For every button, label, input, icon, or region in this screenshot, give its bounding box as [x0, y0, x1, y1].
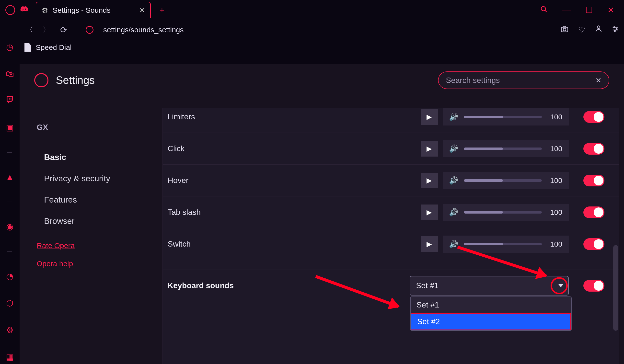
back-button[interactable]: 〈	[25, 24, 34, 35]
search-icon[interactable]	[540, 5, 548, 15]
sound-toggle[interactable]	[583, 143, 604, 155]
left-rail: ◷ 🛍 ▣ — ▲ — ◉ — ◔ ⬡ ⚙ ▦	[0, 39, 20, 364]
search-settings-field[interactable]: ✕	[438, 71, 609, 89]
clear-search-icon[interactable]: ✕	[595, 76, 601, 85]
svg-point-10	[614, 30, 615, 31]
site-identity-icon[interactable]	[86, 26, 94, 34]
sound-row-click: Click ▶ 🔊 100	[163, 132, 619, 164]
sound-toggle[interactable]	[583, 111, 604, 123]
url-text[interactable]: settings/sounds_settings	[103, 26, 184, 34]
sound-label: Hover	[168, 176, 416, 185]
volume-value: 100	[548, 208, 562, 216]
history-icon[interactable]: ◔	[6, 271, 13, 281]
settings-content: ▶ 🔊 100 Limiters ▶ 🔊 100 Click ▶ 🔊	[163, 108, 619, 364]
play-button[interactable]: ▶	[421, 205, 438, 220]
volume-slider[interactable]	[464, 148, 542, 150]
settings-logo-icon	[34, 73, 49, 87]
sidenav-item-privacy[interactable]: Privacy & security	[37, 168, 162, 189]
sidenav-item-features[interactable]: Features	[37, 189, 162, 210]
rail-separator: —	[7, 249, 12, 254]
play-button[interactable]: ▶	[421, 109, 438, 125]
gx-control-icon[interactable]: ◷	[6, 42, 13, 52]
window-controls: — ☐ ✕	[540, 5, 622, 15]
pinboards-icon[interactable]: ▦	[6, 352, 14, 362]
player-icon[interactable]: ◉	[6, 222, 13, 232]
gx-corner-icon[interactable]: 🛍	[6, 69, 14, 78]
heart-icon[interactable]: ♡	[578, 25, 585, 34]
flow-icon[interactable]: ▲	[6, 172, 14, 182]
volume-slider[interactable]	[464, 179, 542, 182]
profile-icon[interactable]	[595, 25, 602, 34]
twitch-icon[interactable]	[6, 96, 13, 105]
chevron-down-icon	[558, 284, 563, 287]
volume-control: 🔊 100	[443, 204, 569, 221]
close-window-icon[interactable]: ✕	[607, 5, 614, 15]
titlebar: ⚙ Settings - Sounds ✕ + — ☐ ✕	[0, 0, 624, 20]
volume-control: 🔊 100	[443, 235, 569, 253]
addressbar-actions: ♡	[561, 25, 619, 34]
link-opera-help[interactable]: Opera help	[37, 260, 162, 268]
dropdown-options: Set #1 Set #2	[410, 296, 572, 331]
svg-line-1	[545, 10, 547, 12]
sound-toggle[interactable]	[583, 207, 604, 218]
maximize-icon[interactable]: ☐	[585, 5, 593, 15]
svg-point-0	[541, 6, 546, 11]
rail-separator: —	[7, 150, 12, 155]
settings-sidenav: GX Basic Privacy & security Features Bro…	[20, 108, 163, 364]
keyboard-sounds-label: Keyboard sounds	[168, 281, 405, 290]
bookmark-speed-dial[interactable]: Speed Dial	[36, 43, 72, 52]
volume-value: 100	[548, 176, 562, 185]
volume-slider[interactable]	[464, 211, 542, 213]
volume-slider[interactable]	[464, 116, 542, 118]
svg-point-4	[597, 26, 600, 29]
forward-button[interactable]: 〉	[42, 24, 52, 35]
sound-toggle[interactable]	[583, 175, 604, 186]
dropdown-option-set2[interactable]: Set #2	[411, 313, 571, 330]
play-button[interactable]: ▶	[421, 173, 438, 188]
discord-icon[interactable]	[20, 5, 28, 15]
address-bar: 〈 〉 ⟳ settings/sounds_settings ♡	[0, 20, 624, 40]
reload-button[interactable]: ⟳	[59, 25, 69, 35]
volume-slider[interactable]	[464, 243, 542, 245]
settings-title: Settings	[56, 74, 95, 86]
gx-cleaner-icon[interactable]: ▣	[6, 123, 14, 132]
play-button[interactable]: ▶	[421, 141, 438, 156]
new-tab-button[interactable]: +	[159, 5, 164, 15]
tab-title: Settings - Sounds	[52, 6, 135, 14]
gear-icon: ⚙	[42, 6, 48, 15]
volume-control: 🔊 100	[443, 172, 569, 189]
sound-label: Limiters	[168, 112, 416, 121]
play-button[interactable]: ▶	[421, 236, 438, 252]
extensions-icon[interactable]: ⬡	[6, 298, 13, 308]
snapshot-icon[interactable]	[561, 25, 569, 34]
opera-gx-icon[interactable]	[5, 5, 15, 15]
link-rate-opera[interactable]: Rate Opera	[37, 241, 162, 250]
keyboard-sounds-toggle[interactable]	[583, 280, 604, 292]
easy-setup-icon[interactable]	[612, 25, 619, 34]
svg-point-8	[616, 29, 617, 30]
sidenav-item-browser[interactable]: Browser	[37, 210, 162, 232]
close-tab-icon[interactable]: ✕	[139, 6, 145, 14]
volume-value: 100	[548, 113, 562, 121]
sound-row-limiters: Limiters ▶ 🔊 100	[163, 108, 619, 132]
settings-icon[interactable]: ⚙	[6, 325, 13, 335]
dropdown-selected: Set #1	[416, 281, 439, 290]
speaker-icon: 🔊	[449, 112, 458, 121]
settings-main: Settings ✕ GX Basic Privacy & security F…	[20, 64, 624, 364]
sound-row-switch: Switch ▶ 🔊 100	[163, 228, 619, 260]
page-icon	[25, 43, 31, 52]
svg-point-6	[614, 27, 615, 28]
volume-control: 🔊 100	[443, 108, 569, 126]
sound-label: Click	[168, 144, 416, 153]
speaker-icon: 🔊	[449, 176, 458, 185]
sidenav-section-gx: GX	[37, 123, 162, 132]
speaker-icon: 🔊	[449, 208, 458, 216]
sidenav-item-basic[interactable]: Basic	[37, 147, 162, 168]
minimize-icon[interactable]: —	[562, 5, 571, 15]
sound-toggle[interactable]	[583, 238, 604, 250]
browser-tab[interactable]: ⚙ Settings - Sounds ✕	[36, 2, 151, 18]
keyboard-sounds-dropdown[interactable]: Set #1 Set #1 Set #2	[410, 276, 569, 295]
search-input[interactable]	[446, 76, 595, 85]
dropdown-option-set1[interactable]: Set #1	[411, 297, 571, 313]
scrollbar-thumb[interactable]	[613, 245, 618, 331]
